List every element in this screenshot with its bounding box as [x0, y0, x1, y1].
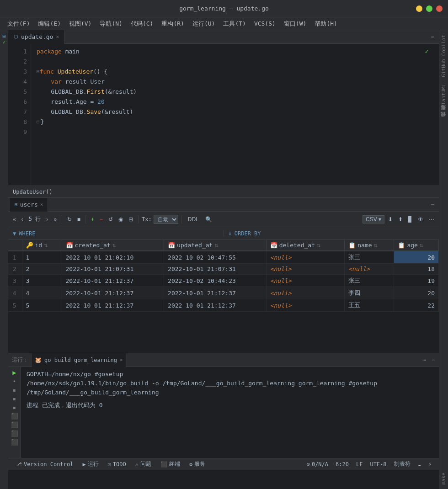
filter-button[interactable]: ⊟: [127, 215, 135, 223]
where-filter[interactable]: ▼ WHERE: [8, 230, 224, 237]
sidebar-plantuml[interactable]: PlantUML: [440, 81, 448, 111]
code-content[interactable]: package main ⊟ func UpdateUser () { var …: [31, 44, 439, 186]
cell-name-4: 李四: [345, 287, 394, 299]
sidebar-database[interactable]: 数据库: [439, 112, 448, 117]
run-content: GOPATH=/home/nx/go #gosetup /home/nx/sdk…: [21, 367, 439, 458]
th-name[interactable]: 📋name⇅: [345, 240, 394, 251]
run-blue-icon[interactable]: ⬛: [11, 421, 18, 428]
status-indent[interactable]: 制表符: [390, 458, 414, 470]
tab-more-button[interactable]: ⋯: [426, 33, 439, 40]
table-row[interactable]: 3 3 2022-10-01 21:12:37 2022-10-02 10:44…: [8, 275, 439, 287]
nav-prev-button[interactable]: ‹: [20, 215, 25, 223]
add-row-button[interactable]: +: [89, 215, 96, 223]
status-line-col[interactable]: 6:20: [332, 458, 352, 470]
table-row[interactable]: 4 4 2022-10-01 21:12:37 2022-10-01 21:12…: [8, 287, 439, 299]
status-services[interactable]: ⚙ 服务: [186, 458, 209, 470]
vcs-label: Version Control: [24, 461, 73, 468]
row-num-1: 1: [8, 251, 22, 264]
th-age[interactable]: 📋age⇅: [394, 240, 439, 251]
db-tab-more[interactable]: ⋯: [426, 201, 439, 208]
menu-vcs[interactable]: VCS(S): [251, 19, 279, 28]
status-problems[interactable]: ⚠ 问题: [132, 458, 155, 470]
nav-next-button[interactable]: ›: [44, 215, 50, 223]
th-id[interactable]: 🔑id⇅: [22, 240, 62, 251]
db-tab-users[interactable]: ⊞ users ×: [10, 198, 48, 212]
filter-bar: ▼ WHERE ↕ ORDER BY: [8, 227, 439, 240]
export-down-button[interactable]: ⬇: [386, 215, 395, 223]
run-orange-icon[interactable]: ⬛: [11, 439, 18, 446]
table-row[interactable]: 5 5 2022-10-01 21:12:37 2022-10-01 21:12…: [8, 299, 439, 312]
status-encoding[interactable]: UTF-8: [366, 458, 390, 470]
col-visibility-button[interactable]: ▊: [406, 215, 414, 223]
run-tab-more-button[interactable]: ⋯: [422, 356, 426, 363]
status-left: ⎇ Version Control ▶ 运行 ☑ TODO ⚠ 问题 ⬛ 终: [12, 458, 209, 470]
status-cloud[interactable]: ☁: [414, 458, 425, 470]
tab-close-icon[interactable]: ×: [56, 34, 59, 40]
run-red-icon[interactable]: ⬛: [11, 413, 18, 420]
run-text-area: GOPATH=/home/nx/go #gosetup /home/nx/sdk…: [27, 370, 433, 455]
editor-tab-update[interactable]: ⬡ update.go ×: [8, 30, 65, 44]
gutter-icon: ⊞: [2, 31, 5, 39]
export-up-button[interactable]: ⬆: [396, 215, 405, 223]
editor-section: ⬡ update.go × ⋯ 1 2 3 4 5 6 7 8 9 packag…: [8, 30, 439, 489]
th-deleted-at[interactable]: 📅deleted_at⇅: [266, 240, 345, 251]
status-version-control[interactable]: ⎇ Version Control: [12, 458, 77, 470]
run-collapse-button[interactable]: −: [432, 356, 435, 363]
run-tab-close-icon[interactable]: ×: [120, 357, 123, 363]
table-row[interactable]: 1 1 2022-10-01 21:02:10 2022-10-02 10:47…: [8, 251, 439, 264]
menu-code[interactable]: 代码(C): [127, 19, 157, 29]
view-button[interactable]: ◉: [117, 215, 125, 223]
menu-file[interactable]: 文件(F): [4, 19, 33, 29]
ddl-button[interactable]: DDL: [185, 215, 202, 223]
db-more-button[interactable]: ⋯: [427, 215, 436, 223]
run-tab-active[interactable]: 🐹 go build gorm_learning ×: [32, 353, 126, 367]
cell-id-1: 1: [22, 251, 62, 264]
where-label: WHERE: [19, 230, 35, 237]
cell-updated-2: 2022-10-01 21:07:31: [164, 264, 267, 275]
nav-last-button[interactable]: »: [52, 215, 59, 223]
status-notifications[interactable]: ⚡: [425, 458, 435, 470]
sidebar-make[interactable]: make: [440, 470, 448, 488]
th-updated-at[interactable]: 📅updated_at⇅: [164, 240, 267, 251]
status-terminal[interactable]: ⬛ 终端: [157, 458, 184, 470]
cell-name-1: 张三: [345, 251, 394, 264]
status-todo[interactable]: ☑ TODO: [104, 458, 130, 470]
table-row[interactable]: 2 2 2022-10-01 21:07:31 2022-10-01 21:07…: [8, 264, 439, 275]
db-table: 🔑id⇅ 📅created_at⇅ 📅updated_at⇅ 📅deleted_…: [8, 240, 439, 312]
csv-button[interactable]: CSV ▾: [363, 215, 384, 223]
close-button[interactable]: [436, 5, 443, 12]
menu-view[interactable]: 视图(V): [65, 19, 95, 29]
delete-row-button[interactable]: −: [98, 215, 105, 223]
status-run[interactable]: ▶ 运行: [79, 458, 102, 470]
menu-run[interactable]: 运行(U): [189, 19, 219, 29]
maximize-button[interactable]: [426, 5, 432, 12]
update-row-button[interactable]: ↺: [107, 215, 115, 223]
orderby-filter[interactable]: ↕ ORDER BY: [224, 230, 439, 237]
tx-select[interactable]: 自动: [154, 215, 178, 224]
refresh-button[interactable]: ↻: [65, 215, 74, 223]
run-play-icon[interactable]: ▶: [12, 369, 16, 376]
status-line-ending[interactable]: LF: [352, 458, 366, 470]
menu-window[interactable]: 窗口(W): [280, 19, 310, 29]
run-purple-icon[interactable]: ⬛: [11, 430, 18, 437]
db-table-wrapper[interactable]: 🔑id⇅ 📅created_at⇅ 📅updated_at⇅ 📅deleted_…: [8, 240, 439, 353]
run-line-3: /tmp/GoLand/___go_build_gorm_learning: [27, 388, 433, 397]
menu-edit[interactable]: 编辑(E): [34, 19, 64, 29]
th-created-at[interactable]: 📅created_at⇅: [62, 240, 164, 251]
file-saved-checkmark: ✓: [425, 48, 429, 55]
minimize-button[interactable]: [416, 5, 422, 12]
filter-funnel-icon: ▼: [13, 230, 16, 237]
status-git-sync[interactable]: ⊘ 0/N/A: [303, 458, 332, 470]
menu-tools[interactable]: 工具(T): [219, 19, 249, 29]
sidebar-source[interactable]: 源代码: [439, 118, 448, 123]
eye-button[interactable]: 👁: [416, 215, 425, 223]
menu-navigate[interactable]: 导航(N): [96, 19, 126, 29]
menu-help[interactable]: 帮助(H): [311, 19, 341, 29]
search-button[interactable]: 🔍: [203, 215, 214, 223]
sidebar-github-copilot[interactable]: GitHub Copilot: [440, 32, 448, 80]
nav-first-button[interactable]: «: [11, 215, 18, 223]
row-count: 5 行: [27, 215, 43, 223]
menu-refactor[interactable]: 重构(R): [158, 19, 187, 29]
stop-button[interactable]: ■: [75, 215, 82, 223]
db-tab-close[interactable]: ×: [40, 202, 43, 207]
